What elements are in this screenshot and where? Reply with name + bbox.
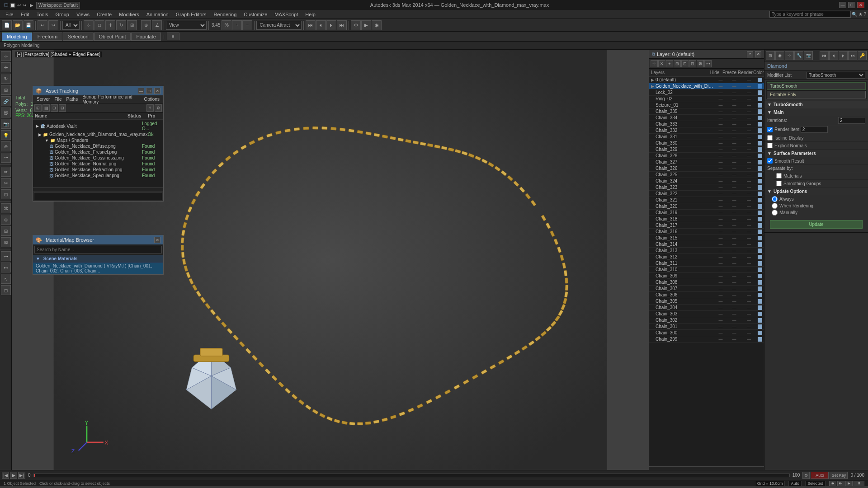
timeline-thumb[interactable]	[34, 474, 35, 477]
tl-config[interactable]: ⚙	[802, 472, 810, 479]
tree-maps-folder[interactable]: ▼ 📁 Maps / Shaders	[34, 137, 162, 143]
selection-filter[interactable]: All	[62, 21, 80, 30]
layer-item[interactable]: Chain_325 — — —	[649, 172, 764, 178]
layer-item[interactable]: Chain_316 — — —	[649, 229, 764, 235]
prev-frame[interactable]: ⏴	[316, 20, 326, 30]
isoline-checkbox[interactable]	[767, 135, 773, 141]
material-item[interactable]: Golden_Necklace_with_Diamond ( VRayMtl )…	[33, 262, 163, 274]
selection-mode[interactable]: Camera Attract	[256, 21, 302, 30]
at-menu-options[interactable]: Options	[142, 96, 161, 102]
layer-item[interactable]: Lock_02 — — —	[649, 89, 764, 96]
layers-close[interactable]: ✕	[755, 51, 761, 57]
smoothing-groups-checkbox[interactable]	[776, 181, 782, 186]
smooth-result-checkbox[interactable]	[767, 158, 773, 164]
left-light[interactable]: 💡	[1, 130, 11, 140]
layer-item[interactable]: Chain_331 — — —	[649, 134, 764, 140]
layer-item[interactable]: Chain_330 — — —	[649, 140, 764, 146]
layers-tb-5[interactable]: ⊟	[689, 60, 696, 67]
asset-tracking-close[interactable]: ✕	[154, 88, 160, 94]
left-surface[interactable]: ◻	[1, 285, 11, 295]
when-rendering-label[interactable]: When Rendering	[772, 203, 861, 209]
tree-normal[interactable]: 🖼 Golden_Necklace_Normal.png Found	[34, 161, 162, 167]
layer-item[interactable]: Chain_322 — — —	[649, 191, 764, 197]
menu-tools[interactable]: Tools	[33, 11, 52, 18]
prop-icon-b[interactable]: ⏴	[829, 51, 838, 60]
menu-edit[interactable]: Edit	[17, 11, 33, 18]
left-link[interactable]: 🔗	[1, 96, 11, 106]
at-menu-paths[interactable]: Paths	[65, 96, 80, 102]
timeline-track[interactable]	[33, 474, 790, 477]
left-reactor[interactable]: ⊶	[1, 251, 11, 261]
select-button[interactable]: ⊹	[84, 20, 94, 30]
at-menu-file[interactable]: File	[52, 96, 63, 102]
layer-item[interactable]: Chain_312 — — —	[649, 254, 764, 260]
layer-item[interactable]: Chain_323 — — —	[649, 184, 764, 191]
left-wire[interactable]: ⌘	[1, 203, 11, 213]
maximize-button[interactable]: □	[848, 2, 855, 8]
sb-tb-3[interactable]: ▶	[845, 481, 853, 486]
layer-item[interactable]: Chain_332 — — —	[649, 127, 764, 134]
layer-item[interactable]: Chain_310 — — —	[649, 267, 764, 273]
sb-tb-4[interactable]: ⏸	[854, 481, 864, 486]
left-clone[interactable]: ⊡	[1, 189, 11, 199]
menu-group[interactable]: Group	[52, 11, 73, 18]
at-help[interactable]: ?	[146, 104, 154, 112]
tree-specular[interactable]: 🖼 Golden_Necklace_Specular.png Found	[34, 173, 162, 178]
layer-item[interactable]: Chain_309 — — —	[649, 273, 764, 279]
render-setup[interactable]: ⚙	[351, 20, 361, 30]
menu-maxscript[interactable]: MAXScript	[271, 11, 302, 18]
mat-browser-close[interactable]: ✕	[154, 237, 160, 243]
layer-item[interactable]: Chain_334 — — —	[649, 115, 764, 121]
undo-button[interactable]: ↩	[38, 20, 47, 30]
menu-views[interactable]: Views	[73, 11, 93, 18]
menu-animation[interactable]: Animation	[143, 11, 172, 18]
layer-item[interactable]: Chain_315 — — —	[649, 235, 764, 241]
layer-item[interactable]: Chain_326 — — —	[649, 165, 764, 172]
mode-populate[interactable]: Populate	[131, 33, 160, 41]
prop-icon-c[interactable]: ⏵	[839, 51, 848, 60]
layer-item[interactable]: Chain_317 — — —	[649, 222, 764, 229]
tl-prev-key[interactable]: |◀	[2, 472, 9, 479]
snap-toggle[interactable]: ⊕	[141, 20, 151, 30]
layer-item[interactable]: Chain_299 — — —	[649, 336, 764, 343]
select-region[interactable]: □	[94, 20, 104, 30]
menu-rendering[interactable]: Rendering	[210, 11, 241, 18]
minimize-button[interactable]: —	[839, 2, 846, 8]
layer-item[interactable]: Chain_313 — — —	[649, 248, 764, 254]
prop-icon-3[interactable]: ⊹	[785, 51, 794, 60]
left-curve[interactable]: ∿	[1, 274, 11, 284]
layer-item[interactable]: Seizure_01 — — —	[649, 102, 764, 108]
layers-tb-add[interactable]: +	[666, 60, 673, 67]
tree-file[interactable]: ▶ 📁 Golden_Necklace_with_Diamond_max_vra…	[34, 131, 162, 137]
mat-search-input[interactable]	[34, 246, 162, 253]
left-align[interactable]: ⊟	[1, 226, 11, 236]
manually-label[interactable]: Manually	[772, 210, 861, 216]
layers-tb-7[interactable]: ⊶	[704, 60, 712, 67]
new-button[interactable]: 📄	[2, 20, 12, 30]
left-paint[interactable]: ✏	[1, 167, 11, 177]
layer-item[interactable]: Chain_314 — — —	[649, 241, 764, 248]
layers-tb-6[interactable]: ⊠	[697, 60, 704, 67]
editable-poly-entry[interactable]: Editable Poly	[767, 91, 866, 99]
left-camera[interactable]: 📷	[1, 119, 11, 129]
at-settings[interactable]: ⚙	[155, 104, 162, 112]
layer-item[interactable]: Chain_324 — — —	[649, 178, 764, 184]
tl-auto-key[interactable]: Auto	[811, 472, 829, 479]
tree-vault[interactable]: ▶ 🏦 Autodesk Vault Logged O...	[34, 121, 162, 131]
smoothing-groups-label[interactable]: Smoothing Groups	[776, 181, 821, 186]
play-button[interactable]: ⏮	[306, 20, 316, 30]
always-label[interactable]: Always	[772, 196, 861, 202]
at-tb-4[interactable]: ⊟	[59, 104, 66, 112]
layers-hscroll[interactable]	[649, 466, 764, 470]
turbosmooth-title[interactable]: ▼ TurboSmooth	[764, 101, 868, 108]
scale-button[interactable]: ⊞	[127, 20, 137, 30]
render-iters-input[interactable]	[801, 126, 828, 133]
layer-item[interactable]: Chain_328 — — —	[649, 153, 764, 159]
asset-tracking-hscroll[interactable]	[33, 188, 163, 191]
update-options-title[interactable]: ▼ Update Options	[764, 188, 868, 195]
layer-item[interactable]: Chain_307 — — —	[649, 286, 764, 292]
surface-params-title[interactable]: ▼ Surface Parameters	[764, 150, 868, 157]
layer-item[interactable]: Chain_302 — — —	[649, 317, 764, 324]
asset-tracking-path[interactable]	[34, 192, 162, 200]
viewport-select[interactable]: View	[166, 21, 207, 30]
